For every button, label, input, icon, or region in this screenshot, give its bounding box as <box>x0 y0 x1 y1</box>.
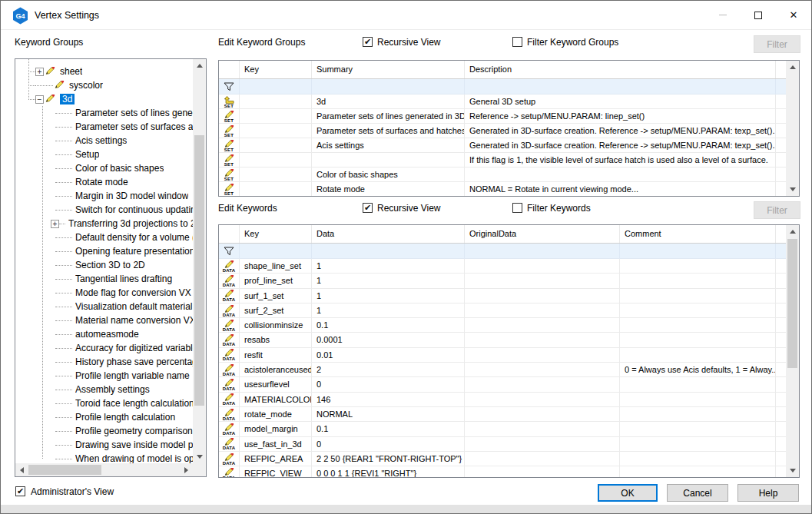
icon-column-header[interactable] <box>219 61 240 78</box>
tree-item-rotate-mode[interactable]: Rotate mode <box>15 175 193 189</box>
administrators-view-checkbox[interactable]: ✔ <box>15 486 25 496</box>
filter-keywords-label: Filter Keywords <box>527 203 591 214</box>
tree-item-sheet[interactable]: +sheet <box>15 65 193 78</box>
groups-recursive-view-checkbox[interactable]: ✔ <box>363 37 373 47</box>
groups-vertical-scrollbar[interactable] <box>786 61 799 196</box>
column-header-comment[interactable]: Comment <box>620 225 776 243</box>
scroll-down-icon[interactable] <box>786 183 799 196</box>
maximize-button[interactable] <box>741 1 776 29</box>
tree-item-automeasmode[interactable]: automeasmode <box>15 327 193 341</box>
tree-item-when-drawing-of-model-is-open[interactable]: When drawing of model is open <box>15 452 193 463</box>
groups-table-row[interactable]: SETRotate modeNORMAL = Rotate in current… <box>219 182 786 196</box>
tree-item-history-phase-save-percentage[interactable]: History phase save percentage <box>15 355 193 369</box>
tree-vscroll-thumb[interactable] <box>194 135 204 406</box>
scroll-right-icon[interactable] <box>180 463 193 476</box>
keywords-table-row[interactable]: DATAsurf_1_set1 <box>219 289 786 303</box>
tree-item-margin-in-3d-model-window[interactable]: Margin in 3D model window <box>15 189 193 203</box>
tree-expander-icon[interactable]: + <box>51 220 59 228</box>
tree-item-setup[interactable]: Setup <box>15 148 193 161</box>
keywords-table-row[interactable]: DATAMATERIALCOLOR146 <box>219 393 786 407</box>
keywords-filter-row[interactable] <box>219 244 799 259</box>
keywords-table-row[interactable]: DATAshape_line_set1 <box>219 259 786 274</box>
scroll-left-icon[interactable] <box>15 463 28 476</box>
groups-table-row[interactable]: SETParameter sets of surfaces and hatche… <box>219 124 786 138</box>
table-cell: 0.01 <box>312 348 465 362</box>
groups-table-row[interactable]: SETAcis settingsGenerated in 3D-surface … <box>219 138 786 153</box>
tree-item-profile-geometry-comparison-dc[interactable]: Profile geometry comparison dc <box>15 424 193 438</box>
keywords-table-row[interactable]: DATAREFPIC_VIEW0 0 0 1 1 {REVI1 "RIGHT"} <box>219 466 786 477</box>
keywords-table-row[interactable]: DATAREFPIC_AREA2 2 50 {REAR1 "FRONT-RIGH… <box>219 452 786 466</box>
tree-hscroll-thumb[interactable] <box>28 465 101 475</box>
keywords-table-row[interactable]: DATAsurf_2_set1 <box>219 303 786 318</box>
keywords-table-row[interactable]: DATAprof_line_set1 <box>219 274 786 288</box>
column-header-key[interactable]: Key <box>240 61 312 78</box>
groups-table-row[interactable]: SETParameter sets of lines generated in … <box>219 109 786 124</box>
groups-table-row[interactable]: SETColor of basic shapes <box>219 167 786 182</box>
minimize-button[interactable] <box>705 1 741 29</box>
tree-item-label: syscolor <box>69 80 103 91</box>
groups-table-row[interactable]: SET3dGeneral 3D setup <box>219 95 786 109</box>
tree-item-default-density-for-a-volume-ste[interactable]: Default density for a volume (ste <box>15 230 193 244</box>
table-cell: Reference -> setup/MENU.PARAM: linep_set… <box>465 109 776 123</box>
pencil-icon <box>55 81 65 88</box>
close-button[interactable]: ✕ <box>776 1 811 29</box>
tree-item-profile-length-variable-name[interactable]: Profile length variable name <box>15 369 193 383</box>
tree-expander-icon[interactable]: + <box>35 68 44 76</box>
keywords-table-row[interactable]: DATAmodel_margin0.1 <box>219 422 786 436</box>
keywords-vscroll-thumb[interactable] <box>787 239 797 368</box>
tree-expander-icon[interactable]: − <box>35 95 44 104</box>
filter-keywords-checkbox[interactable]: ✔ <box>512 203 522 213</box>
tree-item-transferring-3d-projections-to-2d[interactable]: +Transferring 3d projections to 2d <box>15 217 193 230</box>
icon-column-header[interactable] <box>219 225 240 243</box>
filter-keyword-groups-checkbox[interactable]: ✔ <box>512 37 522 47</box>
column-header-key[interactable]: Key <box>240 225 312 243</box>
tree-item-drawing-save-inside-model-poss[interactable]: Drawing save inside model poss <box>15 438 193 452</box>
scroll-up-icon[interactable] <box>786 61 799 74</box>
table-cell <box>465 303 620 317</box>
tree-item-parameter-sets-of-surfaces-and-h[interactable]: Parameter sets of surfaces and h <box>15 120 193 134</box>
cancel-button[interactable]: Cancel <box>667 484 728 502</box>
tree-item-section-3d-to-2d[interactable]: Section 3D to 2D <box>15 258 193 272</box>
tree-item-toroid-face-length-calculation[interactable]: Toroid face length calculation <box>15 396 193 410</box>
scroll-up-icon[interactable] <box>193 59 206 72</box>
tree-vertical-scrollbar[interactable] <box>193 59 206 463</box>
titlebar[interactable]: G4 Vertex Settings ✕ <box>1 1 811 30</box>
tree-item-visualization-default-material[interactable]: Visualization default material <box>15 300 193 313</box>
help-button[interactable]: Help <box>737 484 799 502</box>
tree-item-color-of-basic-shapes[interactable]: Color of basic shapes <box>15 161 193 175</box>
scroll-up-icon[interactable] <box>786 225 799 238</box>
groups-table-row[interactable]: SETIf this flag is 1, the visible level … <box>219 153 786 167</box>
scroll-down-icon[interactable] <box>193 450 206 463</box>
tree-item-syscolor[interactable]: syscolor <box>15 78 193 92</box>
column-header-originaldata[interactable]: OriginalData <box>465 225 620 243</box>
column-header-description[interactable]: Description <box>465 61 776 78</box>
keywords-table-row[interactable]: DATAresfit0.01 <box>219 348 786 363</box>
tree-item-opening-feature-presentation-in[interactable]: Opening feature presentation in <box>15 244 193 258</box>
groups-filter-row[interactable] <box>219 79 799 95</box>
keywords-filter-button[interactable]: Filter <box>754 201 800 219</box>
groups-filter-button[interactable]: Filter <box>754 35 800 53</box>
tree-item-acis-settings[interactable]: Acis settings <box>15 134 193 148</box>
tree-item-switch-for-continuous-updating[interactable]: Switch for continuous updating <box>15 203 193 217</box>
tree-item-tangential-lines-drafting[interactable]: Tangential lines drafting <box>15 272 193 286</box>
tree-item-3d[interactable]: −3d <box>15 92 193 106</box>
tree-item-profile-length-calculation[interactable]: Profile length calculation <box>15 410 193 424</box>
scroll-down-icon[interactable] <box>786 464 799 477</box>
keywords-recursive-view-checkbox[interactable]: ✔ <box>363 203 373 213</box>
keywords-table-row[interactable]: DATAcollisionminsize0.1 <box>219 318 786 333</box>
keywords-table-row[interactable]: DATAusesurflevel0 <box>219 377 786 392</box>
tree-item-mode-flag-for-conversion-vx-3[interactable]: Mode flag for conversion VX - 3 <box>15 286 193 300</box>
tree-horizontal-scrollbar[interactable] <box>15 463 193 476</box>
column-header-data[interactable]: Data <box>312 225 465 243</box>
column-header-summary[interactable]: Summary <box>312 61 465 78</box>
keywords-vertical-scrollbar[interactable] <box>786 225 799 477</box>
tree-item-parameter-sets-of-lines-generate[interactable]: Parameter sets of lines generate <box>15 106 193 120</box>
keywords-table-row[interactable]: DATAuse_fast_in_3d0 <box>219 437 786 452</box>
keywords-table-row[interactable]: DATAresabs0.0001 <box>219 333 786 347</box>
tree-item-accuracy-for-digitized-variable-v[interactable]: Accuracy for digitized variable v <box>15 341 193 355</box>
keywords-table-row[interactable]: DATAacistoleranceused20 = Always use Aci… <box>219 363 786 377</box>
tree-item-assembly-settings[interactable]: Assembly settings <box>15 383 193 396</box>
ok-button[interactable]: OK <box>598 484 658 502</box>
keywords-table-row[interactable]: DATArotate_modeNORMAL <box>219 407 786 422</box>
tree-item-material-name-conversion-vx-3[interactable]: Material name conversion VX - 3 <box>15 313 193 327</box>
